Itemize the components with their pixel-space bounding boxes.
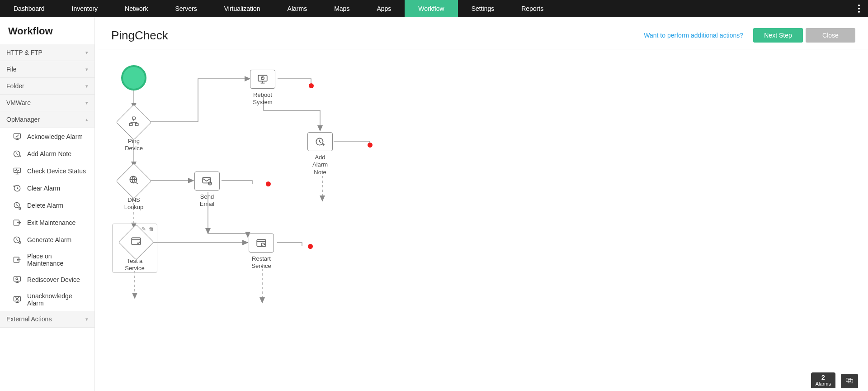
node-label: Reboot System bbox=[250, 91, 275, 106]
item-label: Check Device Status bbox=[27, 167, 86, 175]
item-ack-alarm[interactable]: Acknowledge Alarm bbox=[0, 128, 94, 145]
nav-network[interactable]: Network bbox=[111, 0, 161, 17]
group-external-actions[interactable]: External Actions▾ bbox=[0, 311, 94, 328]
svg-point-7 bbox=[19, 242, 21, 243]
nav-apps[interactable]: Apps bbox=[363, 0, 405, 17]
node-ping-device[interactable]: Ping Device bbox=[121, 110, 146, 153]
item-label: Exit Maintenance bbox=[27, 219, 75, 226]
svg-rect-21 bbox=[132, 238, 141, 244]
svg-point-10 bbox=[16, 278, 18, 280]
monitor-x-icon bbox=[13, 295, 22, 304]
node-label: DNS Lookup bbox=[121, 196, 146, 211]
alarms-badge[interactable]: 2 Alarms bbox=[811, 372, 835, 388]
node-reboot-system[interactable]: Reboot System bbox=[250, 70, 275, 106]
nav-reports[interactable]: Reports bbox=[508, 0, 557, 17]
window-reload-icon bbox=[255, 237, 267, 249]
end-node[interactable] bbox=[309, 83, 314, 88]
item-place-maintenance[interactable]: Place on Maintenance bbox=[0, 248, 94, 271]
window-check-icon bbox=[130, 235, 142, 247]
nav-alarms[interactable]: Alarms bbox=[274, 0, 321, 17]
monitor-search-icon bbox=[13, 275, 22, 284]
end-node[interactable] bbox=[368, 143, 373, 148]
windows-icon[interactable] bbox=[841, 374, 858, 388]
chevron-down-icon: ▾ bbox=[85, 83, 88, 89]
monitor-check-icon bbox=[13, 132, 22, 141]
top-nav: Dashboard Inventory Network Servers Virt… bbox=[0, 0, 868, 17]
node-test-service[interactable]: ✎ 🗑 Test a Service bbox=[112, 224, 157, 273]
chevron-down-icon: ▾ bbox=[85, 67, 88, 72]
item-label: Acknowledge Alarm bbox=[27, 133, 83, 140]
node-label: Ping Device bbox=[121, 138, 146, 153]
item-unack-alarm[interactable]: Unacknowledge Alarm bbox=[0, 288, 94, 311]
item-clear-alarm[interactable]: Clear Alarm bbox=[0, 180, 94, 197]
monitor-power-icon bbox=[257, 73, 269, 85]
clock-plus-icon bbox=[314, 136, 326, 148]
connector-layer bbox=[99, 52, 868, 391]
more-menu-icon[interactable] bbox=[858, 5, 860, 13]
item-generate-alarm[interactable]: Generate Alarm bbox=[0, 231, 94, 248]
item-label: Unacknowledge Alarm bbox=[27, 292, 88, 307]
item-label: Generate Alarm bbox=[27, 236, 71, 243]
nav-settings[interactable]: Settings bbox=[458, 0, 508, 17]
additional-actions-link[interactable]: Want to perform additional actions? bbox=[644, 32, 743, 39]
item-rediscover-device[interactable]: Rediscover Device bbox=[0, 271, 94, 288]
end-node[interactable] bbox=[308, 244, 313, 249]
node-send-email[interactable]: Send Email bbox=[194, 172, 220, 208]
node-label: Test a Service bbox=[123, 257, 146, 272]
item-label: Rediscover Device bbox=[27, 276, 80, 283]
next-step-button[interactable]: Next Step bbox=[753, 28, 803, 43]
main-panel: PingCheck Want to perform additional act… bbox=[99, 17, 868, 391]
page-title: PingCheck bbox=[111, 29, 168, 43]
mail-send-icon bbox=[201, 175, 213, 187]
workflow-canvas[interactable]: Ping Device Reboot System DNS Lookup Sen… bbox=[99, 52, 868, 391]
nav-servers[interactable]: Servers bbox=[161, 0, 210, 17]
group-opmanager[interactable]: OpManager▴ bbox=[0, 111, 94, 128]
clock-gear-icon bbox=[13, 235, 22, 244]
node-dns-lookup[interactable]: DNS Lookup bbox=[121, 168, 146, 211]
chevron-down-icon: ▾ bbox=[85, 100, 88, 106]
globe-search-icon bbox=[128, 174, 140, 186]
nav-inventory[interactable]: Inventory bbox=[58, 0, 112, 17]
svg-rect-13 bbox=[129, 123, 132, 125]
clock-plus-icon bbox=[13, 149, 22, 158]
svg-rect-23 bbox=[846, 378, 851, 382]
main-header: PingCheck Want to perform additional act… bbox=[99, 17, 868, 49]
network-icon bbox=[128, 115, 140, 127]
node-label: Send Email bbox=[194, 193, 220, 208]
svg-rect-9 bbox=[14, 277, 21, 281]
chevron-down-icon: ▾ bbox=[85, 316, 88, 322]
start-node[interactable] bbox=[121, 65, 146, 91]
group-file[interactable]: File▾ bbox=[0, 61, 94, 78]
chevron-down-icon: ▾ bbox=[85, 50, 88, 56]
item-label: Delete Alarm bbox=[27, 202, 63, 209]
group-folder[interactable]: Folder▾ bbox=[0, 78, 94, 95]
clock-trash-icon bbox=[13, 201, 22, 210]
item-check-device-status[interactable]: Check Device Status bbox=[0, 162, 94, 180]
item-label: Clear Alarm bbox=[27, 185, 60, 192]
nav-virtualization[interactable]: Virtualization bbox=[211, 0, 274, 17]
sidebar-title: Workflow bbox=[0, 17, 94, 43]
chevron-up-icon: ▴ bbox=[85, 117, 88, 123]
heartbeat-monitor-icon bbox=[13, 167, 22, 176]
item-exit-maintenance[interactable]: Exit Maintenance bbox=[0, 214, 94, 231]
group-vmware[interactable]: VMWare▾ bbox=[0, 95, 94, 111]
svg-rect-24 bbox=[848, 380, 853, 383]
item-delete-alarm[interactable]: Delete Alarm bbox=[0, 197, 94, 214]
clock-reset-icon bbox=[13, 184, 22, 193]
node-label: Add Alarm Note bbox=[307, 154, 333, 176]
node-label: Restart Service bbox=[249, 255, 274, 270]
nav-maps[interactable]: Maps bbox=[321, 0, 363, 17]
svg-rect-14 bbox=[135, 123, 138, 125]
svg-rect-12 bbox=[132, 117, 136, 119]
close-button[interactable]: Close bbox=[806, 28, 855, 43]
item-label: Add Alarm Note bbox=[27, 150, 71, 157]
nav-workflow[interactable]: Workflow bbox=[405, 0, 458, 17]
delete-icon[interactable]: 🗑 bbox=[149, 226, 154, 232]
group-http-ftp[interactable]: HTTP & FTP▾ bbox=[0, 44, 94, 61]
maintenance-in-icon bbox=[13, 255, 22, 264]
end-node[interactable] bbox=[266, 181, 271, 186]
node-restart-service[interactable]: Restart Service bbox=[249, 234, 274, 270]
item-add-alarm-note[interactable]: Add Alarm Note bbox=[0, 145, 94, 162]
nav-dashboard[interactable]: Dashboard bbox=[0, 0, 58, 17]
node-add-alarm-note[interactable]: Add Alarm Note bbox=[307, 132, 333, 176]
